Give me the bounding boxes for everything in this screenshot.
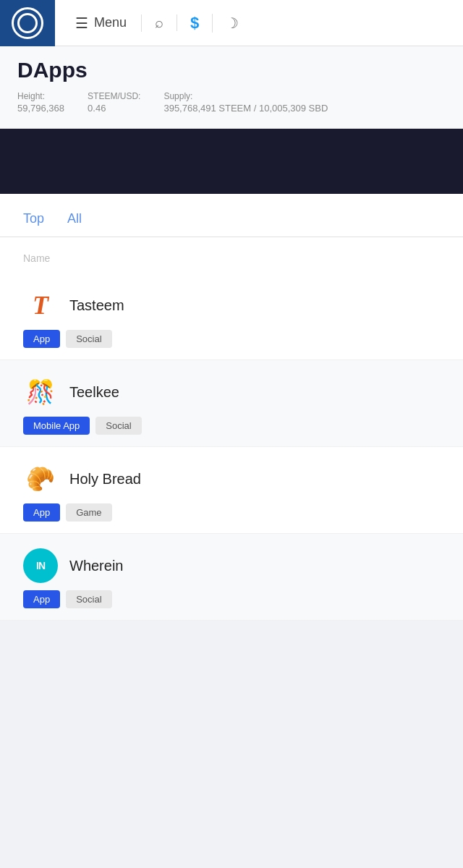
teelkee-icon: 🎊 bbox=[23, 375, 58, 409]
teelkee-tag-mobile[interactable]: Mobile App bbox=[23, 417, 90, 435]
dapp-item-teelkee[interactable]: 🎊 Teelkee Mobile App Social bbox=[0, 360, 463, 447]
tabs: Top All bbox=[0, 194, 463, 237]
dapp-row: 🎊 Teelkee bbox=[23, 375, 440, 409]
supply-label: Supply: bbox=[163, 91, 328, 101]
steem-usd-label: STEEM/USD: bbox=[88, 91, 140, 101]
teelkee-tags: Mobile App Social bbox=[23, 417, 440, 435]
tab-top[interactable]: Top bbox=[23, 211, 44, 237]
tasteem-tags: App Social bbox=[23, 330, 440, 348]
logo[interactable] bbox=[0, 0, 55, 46]
dapp-item-tasteem[interactable]: T Tasteem App Social bbox=[0, 273, 463, 360]
dapp-row: IN Wherein bbox=[23, 548, 440, 583]
tasteem-name: Tasteem bbox=[69, 297, 124, 314]
moon-icon: ☽ bbox=[226, 14, 239, 32]
logo-circle bbox=[12, 7, 43, 39]
dapp-list: T Tasteem App Social 🎊 Teelkee Mobile Ap… bbox=[0, 273, 463, 621]
teelkee-tag-social[interactable]: Social bbox=[95, 417, 141, 435]
hamburger-icon: ☰ bbox=[75, 14, 88, 32]
supply-value: 395,768,491 STEEM / 10,005,309 SBD bbox=[163, 103, 328, 114]
tasteem-tag-social[interactable]: Social bbox=[66, 330, 111, 348]
darkmode-button[interactable]: ☽ bbox=[213, 14, 252, 32]
banner bbox=[0, 129, 463, 194]
tab-all[interactable]: All bbox=[67, 211, 82, 237]
wherein-icon: IN bbox=[23, 548, 58, 583]
search-icon: ⌕ bbox=[155, 14, 163, 31]
dollar-icon: $ bbox=[190, 14, 199, 33]
stat-height: Height: 59,796,368 bbox=[17, 91, 64, 114]
wherein-tag-app[interactable]: App bbox=[23, 590, 60, 608]
table-header: Name bbox=[0, 237, 463, 273]
stat-supply: Supply: 395,768,491 STEEM / 10,005,309 S… bbox=[163, 91, 328, 114]
name-column-header: Name bbox=[23, 252, 50, 264]
stat-steem-usd: STEEM/USD: 0.46 bbox=[88, 91, 140, 114]
stats-bar: DApps Height: 59,796,368 STEEM/USD: 0.46… bbox=[0, 46, 463, 129]
tasteem-tag-app[interactable]: App bbox=[23, 330, 60, 348]
page-title: DApps bbox=[17, 58, 446, 82]
content: Top All Name T Tasteem App Social 🎊 Teel… bbox=[0, 194, 463, 621]
height-label: Height: bbox=[17, 91, 64, 101]
height-value: 59,796,368 bbox=[17, 103, 64, 114]
stats-row: Height: 59,796,368 STEEM/USD: 0.46 Suppl… bbox=[17, 91, 446, 114]
holybread-name: Holy Bread bbox=[69, 471, 141, 488]
wherein-name: Wherein bbox=[69, 558, 123, 574]
dapp-item-wherein[interactable]: IN Wherein App Social bbox=[0, 534, 463, 621]
holybread-tags: App Game bbox=[23, 503, 440, 522]
menu-label: Menu bbox=[94, 15, 127, 30]
dapp-row: T Tasteem bbox=[23, 288, 440, 323]
wherein-tag-social[interactable]: Social bbox=[66, 590, 111, 608]
header: ☰ Menu ⌕ $ ☽ bbox=[0, 0, 463, 46]
header-nav: ☰ Menu ⌕ $ ☽ bbox=[55, 14, 463, 33]
tasteem-icon: T bbox=[23, 288, 58, 323]
holybread-tag-game[interactable]: Game bbox=[66, 503, 111, 522]
menu-button[interactable]: ☰ Menu bbox=[67, 14, 142, 32]
search-button[interactable]: ⌕ bbox=[142, 14, 177, 31]
wherein-tags: App Social bbox=[23, 590, 440, 608]
teelkee-name: Teelkee bbox=[69, 384, 119, 401]
holybread-tag-app[interactable]: App bbox=[23, 503, 60, 522]
dapp-item-holybread[interactable]: 🥐 Holy Bread App Game bbox=[0, 447, 463, 534]
dollar-button[interactable]: $ bbox=[177, 14, 213, 33]
holybread-icon: 🥐 bbox=[23, 461, 58, 496]
logo-inner bbox=[17, 13, 38, 33]
dapp-row: 🥐 Holy Bread bbox=[23, 461, 440, 496]
steem-usd-value: 0.46 bbox=[88, 103, 140, 114]
